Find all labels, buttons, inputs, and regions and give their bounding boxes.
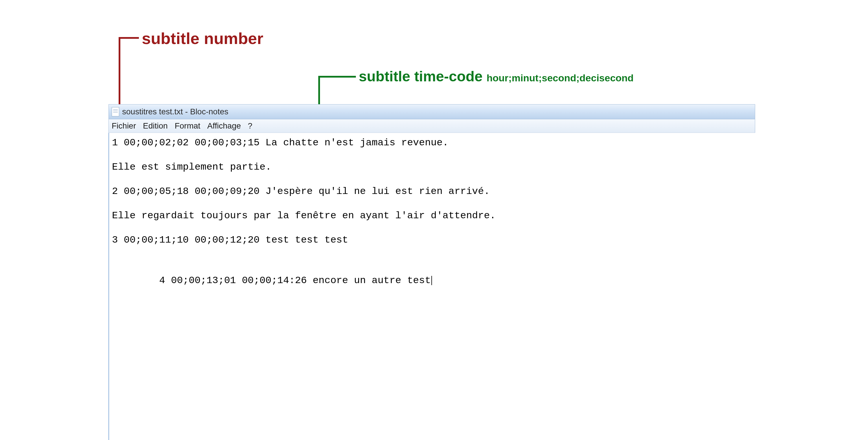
annotation-subtitle-timecode-label: subtitle time-code hour;minut;second;dec… — [359, 68, 633, 85]
text-line: Elle regardait toujours par la fenêtre e… — [112, 208, 755, 224]
file-icon — [112, 107, 119, 116]
menu-help[interactable]: ? — [248, 121, 253, 130]
menu-edition[interactable]: Edition — [143, 121, 168, 130]
text-line: Elle est simplement partie. — [112, 159, 755, 175]
annotation-subtitle-timecode-main: subtitle time-code — [359, 68, 483, 85]
notepad-window: soustitres test.txt - Bloc-notes Fichier… — [108, 104, 755, 440]
menu-fichier[interactable]: Fichier — [112, 121, 136, 130]
annotation-subtitle-timecode-sub: hour;minut;second;decisecond — [487, 72, 633, 83]
titlebar[interactable]: soustitres test.txt - Bloc-notes — [108, 104, 755, 119]
annotation-subtitle-number-label: subtitle number — [142, 29, 263, 48]
menu-format[interactable]: Format — [175, 121, 200, 130]
menu-affichage[interactable]: Affichage — [207, 121, 241, 130]
text-line: 1 00;00;02;02 00;00;03;15 La chatte n'es… — [112, 135, 755, 151]
text-blank-line — [112, 151, 755, 159]
window-title: soustitres test.txt - Bloc-notes — [122, 107, 228, 116]
text-cursor — [431, 276, 432, 285]
text-line: 4 00;00;13;01 00;00;14:26 encore un autr… — [112, 256, 755, 305]
text-line: 3 00;00;11;10 00;00;12;20 test test test — [112, 232, 755, 248]
text-blank-line — [112, 200, 755, 208]
menubar: Fichier Edition Format Affichage ? — [108, 119, 755, 133]
text-line: 2 00;00;05;18 00;00;09;20 J'espère qu'il… — [112, 183, 755, 200]
text-blank-line — [112, 224, 755, 232]
text-area[interactable]: 1 00;00;02;02 00;00;03;15 La chatte n'es… — [108, 133, 755, 440]
text-blank-line — [112, 175, 755, 183]
text-blank-line — [112, 248, 755, 256]
text-line-content: 4 00;00;13;01 00;00;14:26 encore un autr… — [159, 275, 431, 286]
